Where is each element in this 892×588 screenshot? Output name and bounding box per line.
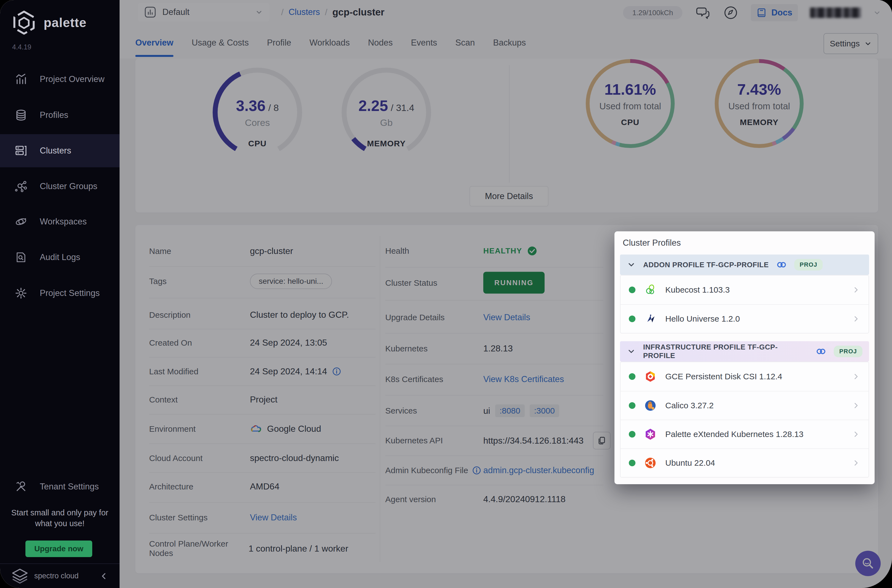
- profile-item-ubuntu[interactable]: Ubuntu 22.04: [620, 448, 868, 477]
- upgrade-promo-text: Start small and only pay for what you us…: [0, 507, 120, 529]
- kubecost-icon: [644, 283, 657, 297]
- chevron-right-icon: [852, 286, 860, 294]
- app-version: 4.4.19: [12, 43, 32, 51]
- profile-item-gce-csi[interactable]: GCE Persistent Disk CSI 1.12.4: [620, 362, 868, 391]
- profile-item-hello-universe[interactable]: Hello Universe 1.2.0: [620, 304, 868, 333]
- profile-item-kubecost[interactable]: Kubecost 1.103.3: [620, 276, 868, 304]
- profile-item-calico[interactable]: Calico 3.27.2: [620, 391, 868, 420]
- link-icon[interactable]: [776, 260, 787, 269]
- sidebar-item-audit-logs[interactable]: Audit Logs: [0, 241, 120, 274]
- clusters-icon: [14, 144, 28, 158]
- ubuntu-icon: [644, 456, 657, 470]
- scope-badge: PROJ: [834, 346, 862, 357]
- spectro-cloud-label: spectro cloud: [34, 572, 79, 580]
- sidebar-item-label: Profiles: [40, 110, 68, 120]
- sidebar-item-label: Project Settings: [40, 288, 100, 298]
- status-dot: [629, 286, 635, 293]
- chevron-down-icon: [626, 347, 636, 356]
- profile-item-name: GCE Persistent Disk CSI 1.12.4: [665, 372, 782, 381]
- workspaces-icon: [14, 215, 28, 228]
- sidebar-item-workspaces[interactable]: Workspaces: [0, 205, 120, 238]
- addon-profile-name: TF-GCP-PROFILE: [706, 261, 769, 269]
- chevron-right-icon: [852, 372, 860, 381]
- link-icon[interactable]: [815, 347, 827, 356]
- sidebar-item-cluster-groups[interactable]: Cluster Groups: [0, 170, 120, 203]
- sidebar-item-project-overview[interactable]: Project Overview: [0, 63, 120, 96]
- profile-item-name: Kubecost 1.103.3: [665, 285, 730, 294]
- status-dot: [629, 402, 635, 409]
- app-window: Default / Clusters / gcp-cluster 1.29/10…: [0, 0, 892, 588]
- infrastructure-profile-header[interactable]: INFRASTRUCTURE PROFILE TF-GCP-PROFILE PR…: [620, 341, 869, 362]
- brand: palette: [12, 10, 86, 35]
- sidebar-item-project-settings[interactable]: Project Settings: [0, 277, 120, 310]
- palette-logo-icon: [12, 10, 36, 35]
- sidebar-item-label: Clusters: [40, 146, 71, 156]
- addon-profile-items: Kubecost 1.103.3 Hello Universe 1.2.0: [620, 275, 869, 333]
- addon-profile-kind: ADDON PROFILE: [643, 261, 704, 269]
- infrastructure-profile-items: GCE Persistent Disk CSI 1.12.4 Calico 3.…: [620, 362, 869, 478]
- gear-icon: [14, 286, 28, 300]
- chevron-right-icon: [852, 401, 860, 410]
- upgrade-now-button[interactable]: Upgrade now: [26, 540, 92, 557]
- status-dot: [629, 431, 635, 438]
- profile-item-name: Hello Universe 1.2.0: [665, 314, 740, 324]
- profiles-icon: [14, 108, 28, 122]
- sidebar-item-label: Tenant Settings: [40, 482, 99, 492]
- profile-item-name: Ubuntu 22.04: [665, 458, 715, 468]
- profile-item-name: Palette eXtended Kubernetes 1.28.13: [665, 429, 803, 439]
- hello-universe-icon: [644, 312, 657, 326]
- status-dot: [629, 460, 635, 466]
- audit-logs-icon: [14, 250, 28, 264]
- calico-icon: [644, 399, 657, 412]
- cluster-profiles-title: Cluster Profiles: [623, 238, 681, 248]
- cluster-groups-icon: [14, 180, 28, 193]
- status-dot: [629, 373, 635, 380]
- addon-profile-header[interactable]: ADDON PROFILE TF-GCP-PROFILE PROJ: [620, 255, 869, 275]
- infrastructure-profile-kind: INFRASTRUCTURE PROFILE: [643, 343, 746, 351]
- profile-item-name: Calico 3.27.2: [665, 401, 713, 410]
- tenant-settings-icon: [14, 480, 28, 494]
- brand-name: palette: [44, 15, 86, 30]
- sidebar-item-label: Audit Logs: [40, 252, 80, 262]
- sidebar: palette 4.4.19 Project Overview Profiles…: [0, 0, 120, 588]
- collapse-sidebar-icon[interactable]: [99, 572, 108, 581]
- profile-item-palette-extended-k8s[interactable]: Palette eXtended Kubernetes 1.28.13: [620, 420, 868, 448]
- project-overview-icon: [14, 73, 28, 86]
- status-dot: [629, 315, 635, 322]
- scope-badge: PROJ: [794, 259, 823, 270]
- chevron-down-icon: [626, 260, 636, 269]
- sidebar-item-label: Project Overview: [40, 74, 104, 84]
- cluster-profiles-panel: Cluster Profiles ADDON PROFILE TF-GCP-PR…: [614, 231, 875, 484]
- gce-persistent-disk-icon: [644, 370, 657, 383]
- sidebar-item-label: Workspaces: [40, 217, 87, 226]
- sidebar-footer: spectro cloud: [0, 563, 120, 588]
- chevron-right-icon: [852, 430, 860, 438]
- chevron-right-icon: [852, 459, 860, 467]
- sidebar-item-clusters[interactable]: Clusters: [0, 134, 120, 167]
- spectro-cloud-logo-icon: [11, 568, 29, 584]
- palette-extended-kubernetes-icon: [644, 428, 657, 441]
- chevron-right-icon: [852, 315, 860, 323]
- sidebar-item-profiles[interactable]: Profiles: [0, 99, 120, 132]
- sidebar-item-label: Cluster Groups: [40, 182, 97, 191]
- sidebar-item-tenant-settings[interactable]: Tenant Settings: [0, 470, 120, 503]
